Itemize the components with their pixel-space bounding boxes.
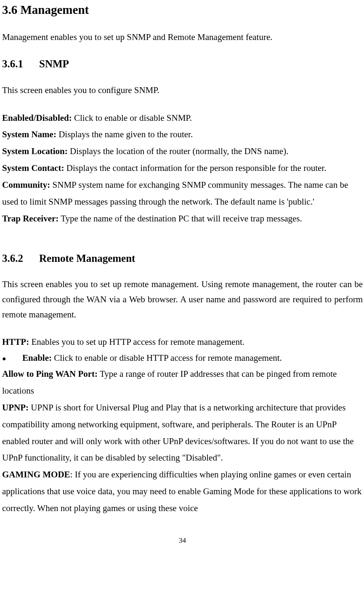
- section-number: 3.6: [2, 3, 17, 16]
- def-text: Displays the location of the router (nor…: [68, 146, 289, 156]
- def-system-contact: System Contact: Displays the contact inf…: [2, 160, 363, 177]
- section-number: 3.6.1: [2, 57, 23, 71]
- section-title: SNMP: [39, 58, 69, 69]
- def-upnp: UPNP: UPNP is short for Universal Plug a…: [2, 400, 363, 467]
- def-gaming-mode: GAMING MODE: If you are experiencing dif…: [2, 466, 363, 517]
- def-label: UPNP:: [2, 402, 29, 413]
- def-label: Allow to Ping WAN Port:: [2, 369, 98, 379]
- section-heading-3-6-2: 3.6.2Remote Management: [2, 252, 363, 266]
- def-enabled-disabled: Enabled/Disabled: Click to enable or dis…: [2, 110, 363, 127]
- def-label: System Location:: [2, 146, 68, 156]
- section-intro-3-6: Management enables you to set up SNMP an…: [2, 30, 363, 45]
- def-label: System Name:: [2, 129, 56, 139]
- section-heading-3-6-1: 3.6.1SNMP: [2, 57, 363, 71]
- remote-definitions: HTTP: Enables you to set up HTTP access …: [2, 334, 363, 517]
- section-heading-3-6: 3.6 Management: [2, 2, 363, 18]
- section-number: 3.6.2: [2, 252, 23, 266]
- def-system-location: System Location: Displays the location o…: [2, 143, 363, 160]
- def-http: HTTP: Enables you to set up HTTP access …: [2, 334, 363, 351]
- def-ping: Allow to Ping WAN Port: Type a range of …: [2, 366, 363, 400]
- def-label: GAMING MODE: [2, 469, 70, 479]
- bullet-content: Enable: Click to enable or disable HTTP …: [22, 351, 282, 366]
- def-trap-receiver: Trap Receiver: Type the name of the dest…: [2, 210, 363, 227]
- spacer: [2, 227, 363, 239]
- page-number: 34: [2, 534, 363, 547]
- def-label: HTTP:: [2, 337, 29, 347]
- section-title: Remote Management: [39, 253, 135, 264]
- def-text: Displays the contact information for the…: [64, 163, 327, 173]
- section-intro-3-6-2: This screen enables you to set up remote…: [2, 277, 363, 322]
- def-text: Enables you to set up HTTP access for re…: [29, 337, 244, 347]
- def-label: Community:: [2, 180, 50, 190]
- snmp-definitions: Enabled/Disabled: Click to enable or dis…: [2, 110, 363, 227]
- def-community: Community: SNMP system name for exchangi…: [2, 177, 363, 210]
- section-intro-3-6-1: This screen enables you to configure SNM…: [2, 83, 363, 98]
- def-text: Click to enable or disable SNMP.: [72, 113, 192, 123]
- def-label: System Contact:: [2, 163, 64, 173]
- def-text: SNMP system name for exchanging SNMP com…: [2, 180, 348, 207]
- bullet-enable: ● Enable: Click to enable or disable HTT…: [2, 351, 363, 366]
- def-label: Enable:: [22, 353, 52, 363]
- def-text: Displays the name given to the router.: [56, 129, 193, 139]
- def-label: Trap Receiver:: [2, 213, 58, 224]
- def-text: Type the name of the destination PC that…: [58, 213, 302, 224]
- section-title: Management: [21, 3, 89, 16]
- def-text: UPNP is short for Universal Plug and Pla…: [2, 402, 354, 463]
- bullet-icon: ●: [2, 353, 22, 364]
- def-label: Enabled/Disabled:: [2, 113, 72, 123]
- def-system-name: System Name: Displays the name given to …: [2, 126, 363, 143]
- def-text: Click to enable or disable HTTP access f…: [52, 353, 282, 363]
